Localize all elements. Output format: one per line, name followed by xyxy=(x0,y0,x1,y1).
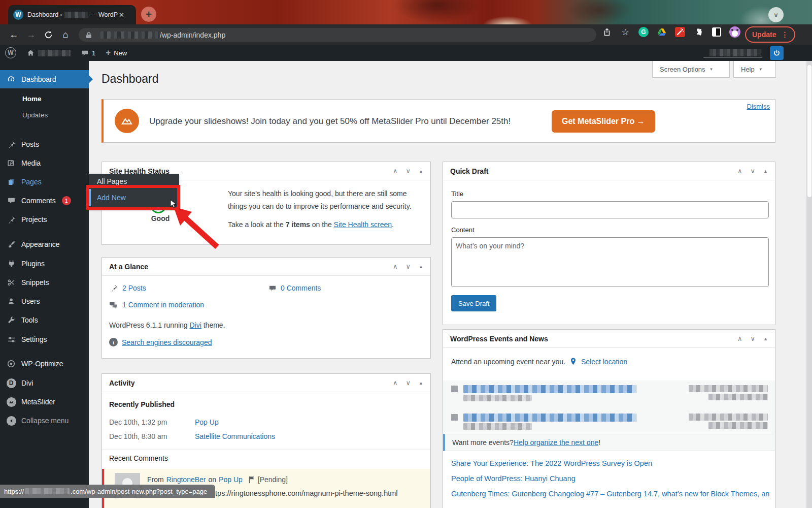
save-draft-button[interactable]: Save Draft xyxy=(451,295,496,311)
move-up-icon[interactable]: ∧ xyxy=(393,167,398,175)
posts-count-link[interactable]: 2 Posts xyxy=(122,284,146,292)
sidebar-sub-home[interactable]: Home xyxy=(0,91,89,106)
scrollbar-thumb[interactable] xyxy=(807,65,811,197)
search-engines-link[interactable]: Search engines discouraged xyxy=(122,338,212,346)
address-bar[interactable]: /wp-admin/index.php xyxy=(79,28,596,42)
sidebar-item-plugins[interactable]: Plugins xyxy=(0,255,89,273)
comments-count-link[interactable]: 0 Comments xyxy=(281,284,321,292)
move-up-icon[interactable]: ∧ xyxy=(737,167,742,175)
magic-wand-extension-icon[interactable] xyxy=(671,27,689,37)
event-link-redacted[interactable] xyxy=(463,385,636,393)
share-icon[interactable] xyxy=(598,28,616,36)
extensions-puzzle-icon[interactable] xyxy=(689,27,707,37)
lock-icon xyxy=(86,31,92,39)
sidebar-item-divi[interactable]: D Divi xyxy=(0,374,89,392)
move-down-icon[interactable]: ∨ xyxy=(406,263,411,270)
tab-close-icon[interactable]: ✕ xyxy=(119,11,124,19)
comment-post-link[interactable]: Pop Up xyxy=(219,475,243,484)
site-health-screen-link[interactable]: Site Health screen xyxy=(334,220,392,229)
redacted-howdy-name[interactable] xyxy=(709,49,761,56)
move-down-icon[interactable]: ∨ xyxy=(406,379,411,387)
home-icon xyxy=(26,49,35,57)
sidebar-item-wp-optimize[interactable]: WP-Optimize xyxy=(0,355,89,373)
power-plugin-icon[interactable] xyxy=(770,46,784,60)
sidebar-item-dashboard[interactable]: Dashboard xyxy=(0,70,89,88)
news-link[interactable]: Share Your Experience: The 2022 WordPres… xyxy=(451,459,652,467)
sidebar-item-media[interactable]: Media xyxy=(0,154,89,172)
sidebar-item-appearance[interactable]: Appearance xyxy=(0,235,89,253)
grammarly-extension-icon[interactable]: G xyxy=(634,27,653,37)
sidebar-sub-updates[interactable]: Updates xyxy=(0,108,89,122)
move-up-icon[interactable]: ∧ xyxy=(393,263,398,270)
redacted-site-name xyxy=(38,50,71,56)
sidebar-item-posts[interactable]: Posts xyxy=(0,135,89,153)
site-name-link[interactable] xyxy=(21,45,76,61)
move-down-icon[interactable]: ∨ xyxy=(751,335,756,342)
collapse-toggle-icon[interactable]: ▲ xyxy=(763,336,768,341)
wp-optimize-icon xyxy=(6,359,16,368)
news-link[interactable]: Gutenberg Times: Gutenberg Changelog #77… xyxy=(451,490,769,498)
comments-icon xyxy=(6,197,16,205)
events-news-widget: WordPress Events and News ∧ ∨ ▲ Attend a… xyxy=(443,329,775,508)
recent-comments-heading: Recent Comments xyxy=(109,454,168,462)
sidebar-item-tools[interactable]: Tools xyxy=(0,311,89,329)
new-tab-button[interactable]: + xyxy=(141,7,156,22)
news-link[interactable]: People of WordPress: Huanyi Chuang xyxy=(451,474,576,483)
dismiss-link[interactable]: Dismiss xyxy=(747,103,770,110)
url-path: /wp-admin/index.php xyxy=(160,31,225,39)
sidebar-item-collapse[interactable]: Collapse menu xyxy=(0,411,89,430)
comment-author-link[interactable]: RingtoneBer xyxy=(166,475,206,484)
move-up-icon[interactable]: ∧ xyxy=(393,379,398,387)
move-down-icon[interactable]: ∨ xyxy=(406,167,411,175)
published-post-link[interactable]: Pop Up xyxy=(195,418,219,426)
quick-draft-header[interactable]: Quick Draft ∧ ∨ ▲ xyxy=(443,162,775,180)
browser-tab[interactable]: W Dashboard ‹ — WordP ✕ xyxy=(8,5,136,24)
theme-link[interactable]: Divi xyxy=(190,321,201,329)
wrench-icon xyxy=(6,316,16,325)
redacted-date xyxy=(708,394,768,400)
collapse-toggle-icon[interactable]: ▲ xyxy=(419,264,423,269)
sidebar-item-metaslider[interactable]: MetaSlider xyxy=(0,393,89,411)
help-button[interactable]: Help▼ xyxy=(733,61,776,78)
google-drive-extension-icon[interactable] xyxy=(653,28,671,36)
tab-list-chevron-icon[interactable]: ∨ xyxy=(768,7,784,22)
profile-avatar[interactable] xyxy=(726,26,744,38)
reload-button[interactable] xyxy=(40,30,57,39)
sidebar-item-comments[interactable]: Comments 1 xyxy=(0,192,89,210)
forward-button[interactable]: → xyxy=(22,29,40,40)
get-metaslider-pro-button[interactable]: Get MetaSlider Pro → xyxy=(552,110,655,133)
page-scrollbar[interactable] xyxy=(806,61,812,508)
collapse-toggle-icon[interactable]: ▲ xyxy=(419,169,423,174)
events-header[interactable]: WordPress Events and News ∧ ∨ ▲ xyxy=(443,330,775,348)
collapse-toggle-icon[interactable]: ▲ xyxy=(763,169,768,174)
browser-menu-dots-icon[interactable]: ⋮ xyxy=(781,30,788,39)
select-location-link[interactable]: Select location xyxy=(581,358,627,366)
sidebar-item-pages[interactable]: Pages xyxy=(0,173,89,191)
link-status-tooltip: https:// .com/wp-admin/post-new.php?post… xyxy=(0,485,215,498)
move-down-icon[interactable]: ∨ xyxy=(751,167,756,175)
back-button[interactable]: ← xyxy=(5,29,22,40)
wp-logo-icon[interactable]: W xyxy=(0,45,21,61)
published-post-link[interactable]: Satellite Communications xyxy=(195,432,275,440)
activity-header[interactable]: Activity ∧ ∨ ▲ xyxy=(102,374,430,392)
move-up-icon[interactable]: ∧ xyxy=(737,335,742,342)
location-pin-icon xyxy=(569,357,577,366)
collapse-toggle-icon[interactable]: ▲ xyxy=(419,380,423,386)
sidebar-item-snippets[interactable]: Snippets xyxy=(0,273,89,292)
bookmark-star-icon[interactable]: ☆ xyxy=(616,27,634,38)
screen-options-button[interactable]: Screen Options▼ xyxy=(652,61,730,78)
event-link-redacted[interactable] xyxy=(463,414,636,422)
help-organize-link[interactable]: Help organize the next one xyxy=(514,438,598,447)
moderation-link[interactable]: 1 Comment in moderation xyxy=(122,301,204,309)
reader-mode-extension-icon[interactable] xyxy=(707,27,726,37)
admin-bar-new[interactable]: + New xyxy=(100,45,132,61)
home-button[interactable]: ⌂ xyxy=(57,29,74,40)
draft-title-input[interactable] xyxy=(451,201,769,218)
admin-bar-comments[interactable]: 1 xyxy=(76,45,100,61)
sidebar-item-settings[interactable]: Settings xyxy=(0,330,89,348)
draft-content-textarea[interactable] xyxy=(451,237,769,287)
sidebar-item-users[interactable]: Users xyxy=(0,292,89,310)
at-a-glance-header[interactable]: At a Glance ∧ ∨ ▲ xyxy=(102,258,430,276)
sidebar-item-projects[interactable]: Projects xyxy=(0,210,89,229)
chrome-update-button[interactable]: Update ⋮ xyxy=(745,26,795,43)
